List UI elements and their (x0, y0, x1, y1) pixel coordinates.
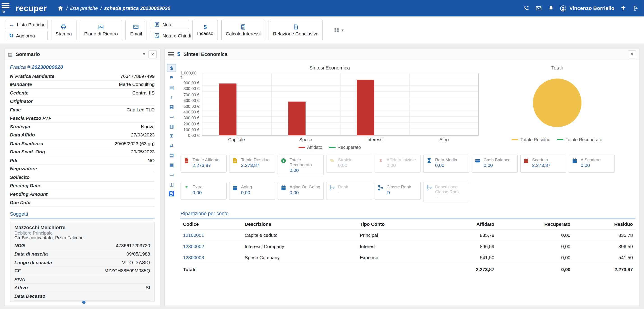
kpi-body: Aging On Going0,00 (290, 184, 320, 197)
kpi-label: Totale Recuperato (290, 157, 321, 167)
breadcrumb-lista-pratiche[interactable]: lista pratiche (70, 6, 98, 11)
kpi-rata-media[interactable]: Rata Media0,00 (423, 155, 469, 173)
calcolo-interessi-button[interactable]: Calcolo Interessi (221, 20, 265, 40)
sintesi-main: Sintesi Economica 1.000,00 €900,00 €800,… (178, 60, 640, 306)
kpi-stralcio[interactable]: %Stralcio0,00 (326, 155, 372, 173)
home-icon[interactable] (57, 5, 64, 12)
kpi-cash-balance[interactable]: Cash Balance0,00 (472, 155, 518, 173)
kpi-extra[interactable]: *Extra0,00 (180, 182, 226, 200)
sommario-title: Sommario (16, 51, 40, 57)
y-axis-tick: 600,00 € (183, 98, 199, 102)
side-tab-notes-icon[interactable]: ▤ (167, 84, 176, 91)
sommario-fields: N°Pratica Mandante7634778897499MandanteM… (10, 72, 155, 207)
kpi-a-scadere[interactable]: A Scadere0,00 (569, 155, 615, 173)
side-tab-calendar-icon[interactable]: ▦ (167, 103, 176, 111)
mail-icon[interactable] (535, 5, 542, 12)
calendar-icon (280, 184, 288, 197)
side-tab-archive-icon[interactable]: ▣ (167, 161, 176, 169)
side-tab-economics-icon[interactable]: $ (167, 64, 176, 72)
kpi-body: Aging0,00 (241, 184, 252, 197)
legend-marker (329, 146, 335, 148)
panel-menu-icon[interactable] (168, 52, 174, 56)
y-axis-tick: 0,00 € (188, 134, 200, 138)
field-label: Fascia Prezzo PTF (10, 116, 52, 121)
side-tab-activity-icon[interactable]: ♪ (167, 93, 176, 101)
side-tab-documents-icon[interactable]: ▤ (167, 151, 176, 159)
sommario-body: Pratica # 20230009020 N°Pratica Mandante… (4, 60, 160, 306)
pie-circle[interactable] (533, 78, 581, 127)
app-logo[interactable]: recuper (16, 4, 47, 13)
kpi-body: Rata Media0,00 (435, 157, 457, 170)
hamburger-icon[interactable] (2, 3, 10, 8)
kpi-value: 0,00 (192, 190, 202, 195)
ripartizione-title: Ripartizione per conto (180, 211, 636, 218)
field-label: Originator (10, 99, 33, 104)
sintesi-close-button[interactable]: × (628, 50, 636, 58)
kpi-scaduto[interactable]: Scaduto2.273,87 (520, 155, 566, 173)
kpi-aging[interactable]: Aging0,00 (229, 182, 275, 200)
incasso-button[interactable]: $ Incasso (192, 20, 218, 40)
stampa-button[interactable]: Stampa (51, 20, 76, 40)
side-tab-folders-icon[interactable]: ◫ (167, 180, 176, 188)
side-tab-chart-icon[interactable]: ▥ (167, 122, 176, 130)
conto-code-link[interactable]: 12300002 (180, 241, 242, 252)
soggetto-card[interactable]: Mazzocchi Melchiorre Debitore Principale… (10, 222, 155, 302)
user-menu[interactable]: Vincenzo Borriello (560, 5, 614, 12)
table-cell: 0,00 (497, 241, 573, 252)
bar-chart: Sintesi Economica 1.000,00 €900,00 €800,… (180, 62, 479, 150)
y-axis-tick: 900,00 € (183, 81, 199, 85)
legend-item-totale-recuperato[interactable]: Totale Recuperato (557, 137, 602, 142)
sommario-close-button[interactable]: × (148, 50, 156, 58)
accessibility-icon[interactable] (620, 5, 627, 12)
nota-button[interactable]: Nota (150, 20, 189, 29)
field-label: N°Pratica Mandante (10, 74, 54, 78)
legend-item-totale-residuo[interactable]: Totale Residuo (512, 137, 550, 142)
kpi-value: 2.273,87 (241, 163, 270, 168)
nota-e-chiudi-button[interactable]: Nota e Chiudi (150, 31, 189, 40)
side-tab-flags-icon[interactable]: ⚑ (167, 74, 176, 82)
horizontal-scrollbar-thumb[interactable] (82, 301, 86, 304)
legend-item-recuperato[interactable]: Recuperato (329, 145, 361, 150)
piano-di-rientro-button[interactable]: Piano di Rientro (80, 20, 122, 40)
field-row-data-decesso: Data Decesso (14, 292, 150, 300)
sommario-header: ▤ Sommario ▾ × (4, 48, 160, 60)
kpi-aging-on-going[interactable]: Aging On Going0,00 (278, 182, 324, 200)
collapse-chevron-icon[interactable]: ▾ (143, 52, 145, 57)
conto-code-link[interactable]: 12300003 (180, 252, 242, 263)
kpi-rank[interactable]: Rank-- (326, 182, 372, 200)
phone-icon[interactable] (523, 5, 530, 12)
x-axis-label-capitale: Capitale (202, 137, 271, 142)
aggiorna-button[interactable]: ↻Aggiorna (5, 31, 48, 40)
table-cell: Expense (358, 252, 452, 263)
table-cell: Interest (358, 241, 452, 252)
kpi-affidato-iniziale[interactable]: $Affidato Iniziale0,00 (374, 155, 420, 173)
pie-chart-title: Totali (551, 65, 563, 71)
kpi-classe-rank[interactable]: Classe RankD (374, 182, 420, 200)
kpi-descrizione-classe-rank[interactable]: Descrizione Classe Rank-- (423, 182, 469, 202)
list-icon: ▤ (8, 52, 13, 56)
logout-icon[interactable] (632, 5, 639, 12)
bar-group-capitale (202, 73, 271, 135)
field-label: CF (14, 268, 21, 273)
bell-icon[interactable] (548, 5, 554, 12)
side-tab-subjects-icon[interactable]: ♿ (167, 190, 176, 198)
y-axis-tick: 400,00 € (183, 110, 199, 114)
kpi-totale-recuperato[interactable]: $Totale Recuperato0,00 (278, 155, 324, 175)
side-tab-transfers-icon[interactable]: ⇄ (167, 142, 176, 149)
kpi-label: Descrizione Classe Rank (435, 184, 466, 194)
kpi-totale-affidato[interactable]: Totale Affidato2.273,87 (180, 155, 226, 173)
kpi-totale-residuo[interactable]: Totale Residuo2.273,87 (229, 155, 275, 173)
legend-marker (512, 139, 518, 140)
layout-menu-button[interactable]: ▾ (334, 24, 344, 36)
email-button[interactable]: Email (126, 20, 146, 40)
field-row-data-di-nascita: Data di nascita09/05/1988 (14, 250, 150, 258)
menu-toggle[interactable]: le (2, 3, 12, 14)
lista-pratiche-button[interactable]: ←Lista Pratiche (5, 20, 48, 29)
side-tab-cards-icon[interactable]: ▭ (167, 170, 176, 178)
relazione-conclusiva-button[interactable]: Relazione Conclusiva (268, 20, 323, 40)
side-tab-table-icon[interactable]: ⊞ (167, 132, 176, 140)
side-tab-payments-icon[interactable]: ▭ (167, 112, 176, 120)
conto-code-link[interactable]: 12100001 (180, 230, 242, 241)
legend-item-affidato[interactable]: Affidato (298, 145, 322, 150)
field-row-luogo-di-nascita: Luogo di nascitaVITO D ASIO (14, 258, 150, 266)
